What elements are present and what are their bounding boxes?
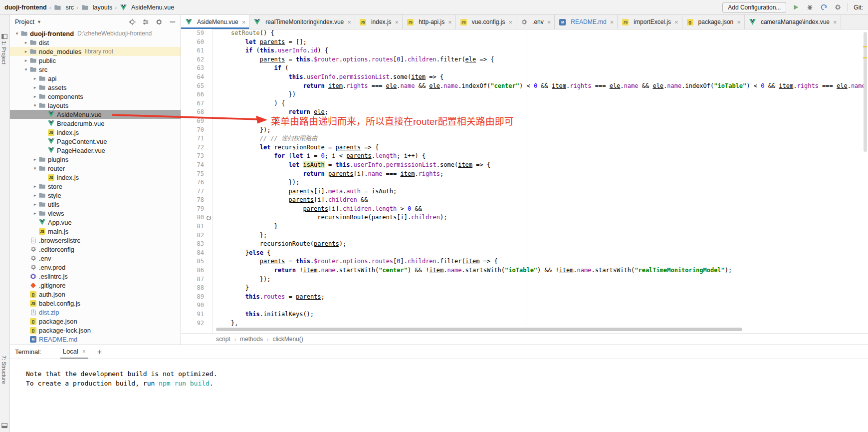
line-number[interactable]: 68 bbox=[181, 108, 212, 117]
line-number[interactable]: 70 bbox=[181, 126, 212, 135]
tree-item-node_modules[interactable]: ▸node_moduleslibrary root bbox=[10, 47, 181, 56]
code-line[interactable]: } bbox=[217, 284, 868, 293]
code-line[interactable]: }; bbox=[217, 231, 868, 240]
line-number[interactable]: 92 bbox=[181, 319, 212, 328]
line-number[interactable]: 77 bbox=[181, 187, 212, 196]
tree-item-api[interactable]: ▸api bbox=[10, 74, 181, 83]
code-line[interactable]: }) bbox=[217, 90, 868, 99]
chevron-down-icon[interactable]: ▾ bbox=[14, 31, 20, 36]
hide-panel-icon[interactable] bbox=[169, 18, 177, 26]
tree-item-utils[interactable]: ▸utils bbox=[10, 200, 181, 209]
line-number[interactable]: 59 bbox=[181, 29, 212, 38]
tree-item-router[interactable]: ▾router bbox=[10, 164, 181, 173]
terminal-tab-local[interactable]: Local × bbox=[60, 345, 88, 359]
tree-item-assets[interactable]: ▸assets bbox=[10, 83, 181, 92]
code-line[interactable]: ) { bbox=[217, 99, 868, 108]
tree-item-Breadcrumb.vue[interactable]: Breadcrumb.vue bbox=[10, 119, 181, 128]
tree-item-README.md[interactable]: MREADME.md bbox=[10, 335, 181, 344]
tree-item-.editorconfig[interactable]: .editorconfig bbox=[10, 245, 181, 254]
close-icon[interactable]: × bbox=[448, 19, 452, 25]
line-number[interactable]: 62 bbox=[181, 55, 212, 64]
line-number[interactable]: 82 bbox=[181, 231, 212, 240]
editor-tab-realTimeMonitoring\index.vue[interactable]: realTimeMonitoring\index.vue× bbox=[249, 15, 355, 29]
chevron-right-icon[interactable]: ▸ bbox=[32, 85, 38, 90]
close-icon[interactable]: × bbox=[395, 19, 399, 25]
code-line[interactable]: let recursionRoute = parents => { bbox=[217, 143, 868, 152]
settings-gear-icon[interactable] bbox=[834, 3, 842, 11]
chevron-right-icon[interactable]: ▸ bbox=[23, 49, 29, 54]
line-number[interactable]: 84 bbox=[181, 249, 212, 258]
code-line[interactable]: parents[i].children && bbox=[217, 196, 868, 205]
line-number[interactable]: 78 bbox=[181, 196, 212, 205]
line-number[interactable]: 83 bbox=[181, 240, 212, 249]
code-line[interactable]: this.userInfo.permissionList.some(item =… bbox=[217, 73, 868, 82]
tree-item-auth.json[interactable]: {}auth.json bbox=[10, 290, 181, 299]
chevron-down-icon[interactable]: ▾ bbox=[23, 67, 29, 72]
editor-tab-AsideMenu.vue[interactable]: AsideMenu.vue× bbox=[181, 15, 249, 29]
code-line[interactable]: if (this.userInfo.id) { bbox=[217, 46, 868, 55]
editor-tab-importExcel.js[interactable]: JSimportExcel.js× bbox=[618, 15, 682, 29]
line-number[interactable]: 69 bbox=[181, 117, 212, 126]
tree-item-src[interactable]: ▾src bbox=[10, 65, 181, 74]
tree-item-layouts[interactable]: ▾layouts bbox=[10, 101, 181, 110]
debug-icon[interactable] bbox=[806, 3, 814, 11]
locate-file-icon[interactable] bbox=[128, 18, 136, 26]
close-icon[interactable]: × bbox=[347, 19, 351, 25]
project-view-selector[interactable]: Project ▼ bbox=[15, 18, 41, 25]
code-line[interactable]: setRoute() { bbox=[217, 29, 868, 38]
code-line[interactable]: } bbox=[217, 222, 868, 231]
code-line[interactable]: }); bbox=[217, 178, 868, 187]
close-icon[interactable]: × bbox=[610, 19, 614, 25]
tree-item-.env[interactable]: .env bbox=[10, 254, 181, 263]
editor-tab-.env[interactable]: .env× bbox=[516, 15, 555, 29]
close-icon[interactable]: × bbox=[737, 19, 741, 25]
tree-item-main.js[interactable]: JSmain.js bbox=[10, 227, 181, 236]
tree-item-package.json[interactable]: {}package.json bbox=[10, 317, 181, 326]
toolwindow-button-project[interactable]: 1: Project bbox=[1, 41, 7, 64]
code-line[interactable]: recursionRoute(parents[i].children); bbox=[217, 213, 868, 222]
line-number[interactable]: 66 bbox=[181, 90, 212, 99]
line-number[interactable]: 75 bbox=[181, 170, 212, 179]
chevron-right-icon[interactable]: ▸ bbox=[32, 76, 38, 81]
editor-breadcrumb-item[interactable]: methods bbox=[240, 336, 263, 343]
line-number[interactable]: 63 bbox=[181, 64, 212, 73]
code-line[interactable]: }, bbox=[217, 319, 868, 328]
code-line[interactable]: return item.rights === ele.name && ele.n… bbox=[217, 82, 868, 91]
chevron-right-icon[interactable]: ▸ bbox=[32, 211, 38, 216]
tree-item-PageContent.vue[interactable]: PageContent.vue bbox=[10, 137, 181, 146]
tree-item-store[interactable]: ▸store bbox=[10, 182, 181, 191]
chevron-right-icon[interactable]: ▸ bbox=[32, 193, 38, 198]
tree-item-views[interactable]: ▸views bbox=[10, 209, 181, 218]
breadcrumb-item[interactable]: AsideMenu.vue bbox=[119, 4, 174, 11]
code-line[interactable]: for (let i = 0; i < parents.length; i++)… bbox=[217, 152, 868, 161]
line-number[interactable]: 72 bbox=[181, 143, 212, 152]
line-number[interactable]: 61 bbox=[181, 46, 212, 55]
run-icon[interactable] bbox=[792, 3, 800, 11]
code-line[interactable]: parents = this.$router.options.routes[0]… bbox=[217, 257, 868, 266]
editor-tab-cameraManage\index.vue[interactable]: cameraManage\index.vue× bbox=[745, 15, 841, 29]
tree-item-duoji-frontend[interactable]: ▾duoji-frontendD:\zheheWeb\duoji-fronten… bbox=[10, 29, 181, 38]
chevron-right-icon[interactable]: ▸ bbox=[23, 40, 29, 45]
gear-icon[interactable] bbox=[155, 18, 163, 26]
line-number[interactable]: 71 bbox=[181, 134, 212, 143]
vertical-scrollbar[interactable] bbox=[864, 32, 867, 152]
editor-breadcrumb-item[interactable]: clickMenu() bbox=[272, 336, 303, 343]
tree-item-plugins[interactable]: ▸plugins bbox=[10, 155, 181, 164]
line-number[interactable]: 79 bbox=[181, 205, 212, 214]
code-line[interactable]: return ele; bbox=[217, 108, 868, 117]
close-icon[interactable]: × bbox=[833, 19, 837, 25]
tree-item-.gitignore[interactable]: .gitignore bbox=[10, 281, 181, 290]
view-options-icon[interactable] bbox=[142, 18, 150, 26]
code-editor[interactable]: 5960616263646566676869707172737475767778… bbox=[181, 29, 868, 334]
tree-item-dist.zip[interactable]: dist.zip bbox=[10, 308, 181, 317]
line-number[interactable]: 90 bbox=[181, 301, 212, 310]
code-line[interactable]: if ( bbox=[217, 64, 868, 73]
code-line[interactable]: }); bbox=[217, 275, 868, 284]
horizontal-scrollbar[interactable] bbox=[216, 328, 742, 331]
tree-item-.eslintrc.js[interactable]: .eslintrc.js bbox=[10, 272, 181, 281]
code-line[interactable]: // // 递归权限路由 bbox=[217, 134, 868, 143]
chevron-right-icon[interactable]: ▸ bbox=[23, 58, 29, 63]
terminal-output[interactable]: Note that the development build is not o… bbox=[10, 359, 868, 388]
terminal-toolwindow-icon[interactable] bbox=[1, 422, 8, 428]
line-number[interactable]: 67 bbox=[181, 99, 212, 108]
